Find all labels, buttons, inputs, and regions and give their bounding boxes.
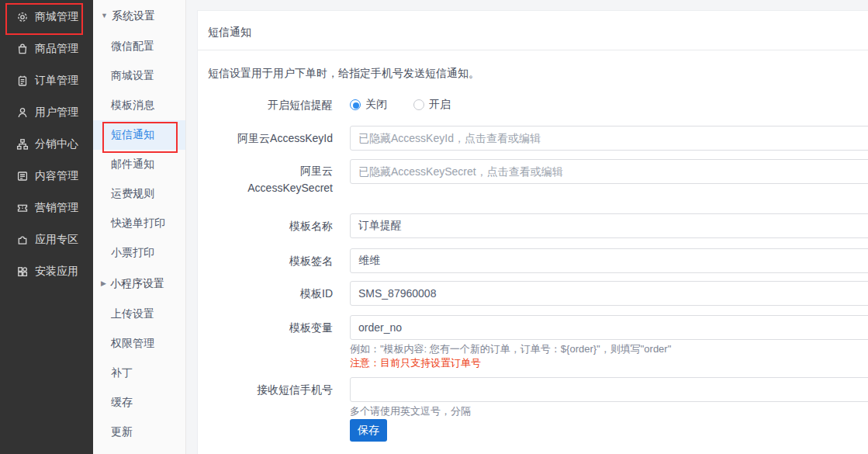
submenu-item-cache[interactable]: 缓存 bbox=[93, 388, 185, 418]
form-row-template-id: 模板ID bbox=[208, 281, 868, 306]
submenu-item-upload-settings[interactable]: 上传设置 bbox=[93, 300, 185, 329]
submenu-item-template-message[interactable]: 模板消息 bbox=[93, 91, 185, 120]
submenu-section-label: 小程序设置 bbox=[110, 277, 164, 291]
sidebar-item-order-manage[interactable]: 订单管理 bbox=[0, 64, 93, 96]
chevron-right-icon: ▶ bbox=[101, 280, 106, 287]
share-nodes-icon bbox=[16, 138, 29, 151]
template-var-hint: 例如："模板内容: 您有一个新的订单，订单号：${order}"，则填写"ord… bbox=[350, 342, 868, 355]
field-label-template-id: 模板ID bbox=[208, 281, 333, 301]
sidebar-item-content-manage[interactable]: 内容管理 bbox=[0, 160, 93, 192]
sms-toggle-radio-group: 关闭 开启 bbox=[350, 97, 868, 113]
shopping-bag-icon bbox=[16, 43, 29, 55]
submenu-section-miniprogram-settings[interactable]: ▶ 小程序设置 bbox=[93, 268, 185, 300]
radio-open[interactable]: 开启 bbox=[413, 98, 451, 112]
sidebar-item-shop-manage[interactable]: 商城管理 bbox=[0, 1, 93, 33]
admin-app: 商城管理 商品管理 订单管理 用户管理 分销中心 bbox=[0, 0, 868, 454]
main-content: 短信通知 短信设置用于用户下单时，给指定手机号发送短信通知。 开启短信提醒 关闭… bbox=[186, 0, 868, 454]
sidebar-item-goods-manage[interactable]: 商品管理 bbox=[0, 33, 93, 64]
sidebar-item-label: 安装应用 bbox=[35, 265, 78, 279]
sidebar-item-label: 用户管理 bbox=[35, 106, 78, 120]
form-row-template-sign: 模板签名 bbox=[208, 248, 868, 273]
submenu-section-system-settings[interactable]: ▼ 系统设置 bbox=[93, 0, 185, 32]
primary-sidebar: 商城管理 商品管理 订单管理 用户管理 分销中心 bbox=[0, 0, 93, 454]
sms-settings-form: 开启短信提醒 关闭 开启 阿里云AccessKeyId bbox=[208, 97, 868, 442]
page-description: 短信设置用于用户下单时，给指定手机号发送短信通知。 bbox=[208, 65, 868, 81]
page-title: 短信通知 bbox=[208, 24, 868, 40]
order-list-icon bbox=[16, 75, 29, 87]
form-row-access-key-id: 阿里云AccessKeyId bbox=[208, 126, 868, 151]
form-row-access-key-secret: 阿里云 AccessKeySecret bbox=[208, 159, 868, 196]
coupon-icon bbox=[16, 202, 29, 214]
user-icon bbox=[16, 106, 29, 119]
radio-unselected-icon bbox=[413, 99, 424, 110]
sidebar-item-install-apps[interactable]: 安装应用 bbox=[0, 255, 93, 287]
submenu-item-patch[interactable]: 补丁 bbox=[93, 359, 185, 388]
save-button[interactable]: 保存 bbox=[350, 419, 387, 442]
template-var-note: 注意：目前只支持设置订单号 bbox=[350, 356, 868, 369]
sidebar-item-label: 营销管理 bbox=[35, 201, 78, 215]
title-divider bbox=[198, 50, 868, 50]
sms-settings-card: 短信通知 短信设置用于用户下单时，给指定手机号发送短信通知。 开启短信提醒 关闭… bbox=[197, 10, 868, 454]
sidebar-item-label: 分销中心 bbox=[35, 137, 78, 151]
submenu-item-email-notify[interactable]: 邮件通知 bbox=[93, 150, 185, 179]
template-id-input[interactable] bbox=[350, 281, 868, 306]
template-name-input[interactable] bbox=[350, 213, 868, 238]
sidebar-item-label: 应用专区 bbox=[35, 233, 78, 247]
field-label-template-sign: 模板签名 bbox=[208, 248, 333, 269]
form-row-phone: 接收短信手机号 多个请使用英文逗号，分隔 bbox=[208, 377, 868, 418]
sidebar-item-label: 商品管理 bbox=[35, 42, 78, 56]
field-label-phone: 接收短信手机号 bbox=[208, 377, 333, 397]
radio-close[interactable]: 关闭 bbox=[350, 98, 387, 112]
radio-close-label: 关闭 bbox=[365, 98, 387, 112]
radio-selected-icon bbox=[350, 99, 361, 110]
submenu-item-express-print[interactable]: 快递单打印 bbox=[93, 209, 185, 238]
puzzle-icon bbox=[16, 234, 29, 246]
submenu-item-permission-manage[interactable]: 权限管理 bbox=[93, 329, 185, 359]
submenu-item-shipping-rules[interactable]: 运费规则 bbox=[93, 179, 185, 209]
gear-icon bbox=[16, 11, 29, 23]
field-label-template-var: 模板变量 bbox=[208, 315, 333, 335]
submenu-item-sms-notify[interactable]: 短信通知 bbox=[93, 120, 185, 150]
chevron-down-icon: ▼ bbox=[101, 12, 108, 19]
submenu-item-receipt-print[interactable]: 小票打印 bbox=[93, 238, 185, 268]
field-label-access-key-id: 阿里云AccessKeyId bbox=[208, 126, 333, 146]
form-row-template-var: 模板变量 例如："模板内容: 您有一个新的订单，订单号：${order}"，则填… bbox=[208, 315, 868, 369]
radio-open-label: 开启 bbox=[429, 98, 451, 112]
phone-input[interactable] bbox=[350, 377, 868, 402]
field-label-sms-toggle: 开启短信提醒 bbox=[208, 97, 333, 113]
sidebar-item-label: 内容管理 bbox=[35, 169, 78, 183]
document-icon bbox=[16, 170, 29, 182]
field-label-access-key-secret: 阿里云 AccessKeySecret bbox=[208, 159, 333, 196]
app-grid-icon bbox=[16, 265, 29, 278]
settings-submenu: ▼ 系统设置 微信配置 商城设置 模板消息 短信通知 邮件通知 运费规则 快递单… bbox=[93, 0, 186, 454]
submenu-item-update[interactable]: 更新 bbox=[93, 418, 185, 447]
field-label-template-name: 模板名称 bbox=[208, 213, 333, 234]
form-row-template-name: 模板名称 bbox=[208, 213, 868, 238]
sidebar-item-marketing-manage[interactable]: 营销管理 bbox=[0, 192, 93, 224]
phone-hint: 多个请使用英文逗号，分隔 bbox=[350, 404, 868, 418]
sidebar-item-distribution-center[interactable]: 分销中心 bbox=[0, 128, 93, 160]
submenu-item-wechat-config[interactable]: 微信配置 bbox=[93, 32, 185, 61]
access-key-secret-input[interactable] bbox=[350, 159, 868, 184]
submenu-section-label: 系统设置 bbox=[112, 9, 155, 23]
sidebar-item-label: 订单管理 bbox=[35, 74, 78, 88]
sidebar-item-app-zone[interactable]: 应用专区 bbox=[0, 224, 93, 255]
template-var-input[interactable] bbox=[350, 315, 868, 340]
form-row-save: 保存 bbox=[208, 419, 868, 442]
form-row-sms-toggle: 开启短信提醒 关闭 开启 bbox=[208, 97, 868, 113]
access-key-id-input[interactable] bbox=[350, 126, 868, 151]
template-sign-input[interactable] bbox=[350, 248, 868, 273]
sidebar-item-user-manage[interactable]: 用户管理 bbox=[0, 96, 93, 128]
submenu-item-shop-settings[interactable]: 商城设置 bbox=[93, 61, 185, 91]
sidebar-item-label: 商城管理 bbox=[35, 10, 78, 24]
